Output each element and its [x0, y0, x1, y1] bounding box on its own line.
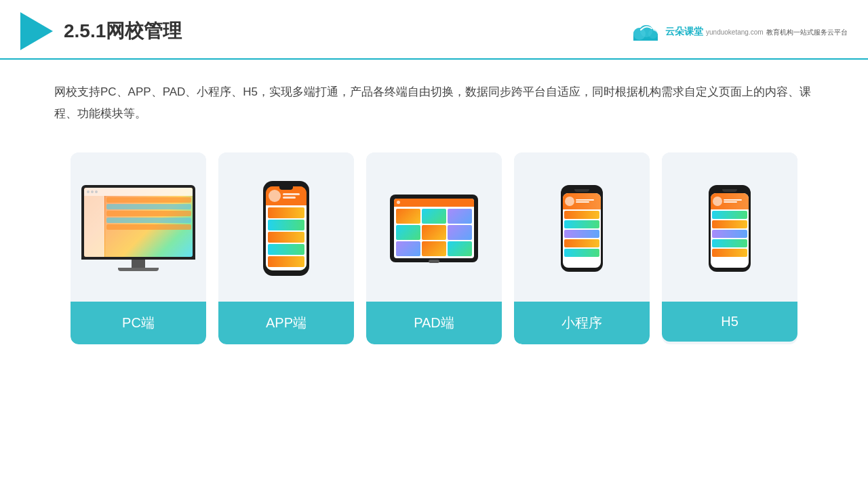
- svg-point-6: [648, 29, 658, 39]
- card-pc-image: [71, 152, 206, 302]
- pc-device-mock: [81, 185, 195, 271]
- cloud-icon: [627, 19, 661, 43]
- cards-container: PC端: [0, 139, 868, 365]
- card-miniprogram-label: 小程序: [514, 302, 650, 344]
- description-text: 网校支持PC、APP、PAD、小程序、H5，实现多端打通，产品各终端自由切换，数…: [0, 60, 868, 139]
- header-right: 云朵课堂 yunduoketang.com 教育机构一站式服务云平台: [627, 19, 848, 43]
- card-app: APP端: [218, 152, 354, 344]
- brand-logo: 云朵课堂 yunduoketang.com 教育机构一站式服务云平台: [627, 19, 848, 43]
- card-app-image: [218, 152, 354, 302]
- pad-device-mock: [390, 195, 478, 262]
- card-h5-image: [662, 152, 797, 302]
- brand-name: 云朵课堂: [665, 26, 703, 37]
- card-miniprogram: 小程序: [514, 152, 650, 344]
- header-left: 2.5.1网校管理: [20, 12, 182, 50]
- h5-device-mock: [709, 185, 751, 272]
- card-app-label: APP端: [218, 302, 354, 344]
- card-h5-label: H5: [662, 302, 797, 342]
- card-h5: H5: [662, 152, 797, 344]
- card-pc: PC端: [71, 152, 206, 344]
- card-pad-image: [366, 152, 502, 302]
- brand-slogan: 教育机构一站式服务云平台: [766, 28, 848, 36]
- card-pad: PAD端: [366, 152, 502, 344]
- page-title: 2.5.1网校管理: [64, 18, 182, 44]
- header: 2.5.1网校管理 云朵课堂 yunduoketang.com 教育机构一站式服…: [0, 0, 868, 60]
- logo-triangle-icon: [20, 12, 53, 50]
- brand-url: yunduoketang.com: [706, 28, 764, 36]
- card-pc-label: PC端: [71, 302, 206, 344]
- miniprogram-device-mock: [561, 185, 603, 272]
- brand-text-block: 云朵课堂 yunduoketang.com 教育机构一站式服务云平台: [665, 25, 848, 38]
- card-miniprogram-image: [514, 152, 650, 302]
- card-pad-label: PAD端: [366, 302, 502, 344]
- app-device-mock: [263, 181, 309, 276]
